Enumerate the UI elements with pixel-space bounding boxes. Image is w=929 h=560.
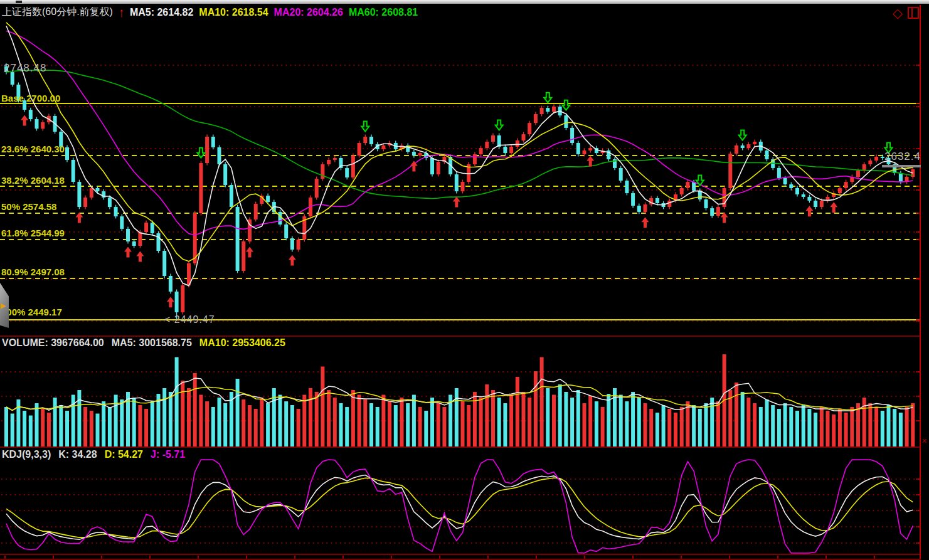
ma5-value-label: MA5: 2614.82 bbox=[130, 7, 193, 18]
fib-label: 50% 2574.58 bbox=[1, 201, 56, 212]
sell-signal-arrow bbox=[361, 122, 369, 132]
buy-signal-arrow bbox=[587, 156, 594, 166]
kdj-j-label: J: -5.71 bbox=[151, 449, 185, 460]
buy-signal-arrow bbox=[289, 255, 296, 265]
expand-arrow-icon: ▶ bbox=[1, 302, 6, 310]
buy-signal-arrow bbox=[246, 246, 253, 257]
sell-signal-arrow bbox=[197, 148, 204, 158]
sell-signal-arrow bbox=[496, 120, 503, 130]
titlebar-icons: ◇ bbox=[893, 7, 919, 19]
sell-signal-arrow bbox=[544, 93, 551, 103]
volume-value-label: VOLUME: 3967664.00 bbox=[2, 337, 104, 349]
buy-signal-arrow bbox=[21, 115, 28, 125]
trend-up-arrow-icon: ↑ bbox=[119, 7, 124, 17]
buy-signal-arrow bbox=[642, 217, 649, 228]
volume-ma5-label: MA5: 3001568.75 bbox=[112, 337, 192, 349]
buy-signal-arrow bbox=[453, 196, 460, 207]
fib-label: Base 2700.00 bbox=[1, 93, 60, 103]
kdj-name-label: KDJ(9,3,3) bbox=[2, 449, 51, 460]
stock-chart-window: { "header": { "symbol_period": "上证指数(60分… bbox=[0, 0, 929, 560]
fib-label: 61.8% 2544.99 bbox=[1, 228, 65, 238]
split-window-icon[interactable] bbox=[908, 7, 919, 19]
buy-signal-arrow bbox=[124, 246, 132, 257]
chart-canvas[interactable] bbox=[0, 0, 929, 560]
ma20-value-label: MA20: 2604.26 bbox=[274, 7, 343, 18]
kdj-header: KDJ(9,3,3) K: 34.28 D: 54.27 J: -5.71 bbox=[2, 449, 185, 460]
ma60-value-label: MA60: 2608.81 bbox=[349, 7, 418, 18]
diamond-icon[interactable]: ◇ bbox=[893, 8, 903, 19]
kdj-d-label: D: 54.27 bbox=[105, 449, 143, 460]
fib-label: 23.6% 2640.30 bbox=[1, 144, 65, 154]
fib-label: 38.2% 2604.18 bbox=[1, 175, 65, 186]
sell-signal-arrow bbox=[562, 100, 570, 110]
buy-signal-arrow bbox=[136, 251, 144, 262]
volume-header: VOLUME: 3967664.00 MA5: 3001568.75 MA10:… bbox=[2, 337, 285, 349]
fib-label: 80.9% 2497.08 bbox=[1, 267, 65, 277]
buy-signal-arrow bbox=[830, 202, 837, 213]
period-high-tag: 2748.48 bbox=[4, 62, 46, 75]
last-price-marker-bar bbox=[882, 165, 921, 167]
buy-signal-arrow bbox=[805, 206, 813, 216]
fib-label: 100% 2449.17 bbox=[1, 307, 62, 317]
kdj-k-label: K: 34.28 bbox=[58, 449, 97, 460]
main-chart-header: 上证指数(60分钟.前复权) ↑ MA5: 2614.82 MA10: 2618… bbox=[2, 6, 418, 19]
strip-notch bbox=[16, 1, 22, 3]
close-icon[interactable]: ✕ bbox=[921, 437, 927, 445]
ma10-value-label: MA10: 2618.54 bbox=[199, 7, 268, 18]
buy-signal-arrow bbox=[167, 297, 174, 307]
window-top-strip bbox=[0, 0, 929, 4]
volume-ma10-label: MA10: 2953406.25 bbox=[199, 337, 285, 349]
period-low-tag: < 2449.47 bbox=[164, 314, 215, 325]
symbol-period-label: 上证指数(60分钟.前复权) bbox=[2, 6, 113, 19]
last-price-tag: 2632.4 bbox=[884, 151, 921, 163]
sell-signal-arrow bbox=[739, 130, 746, 140]
